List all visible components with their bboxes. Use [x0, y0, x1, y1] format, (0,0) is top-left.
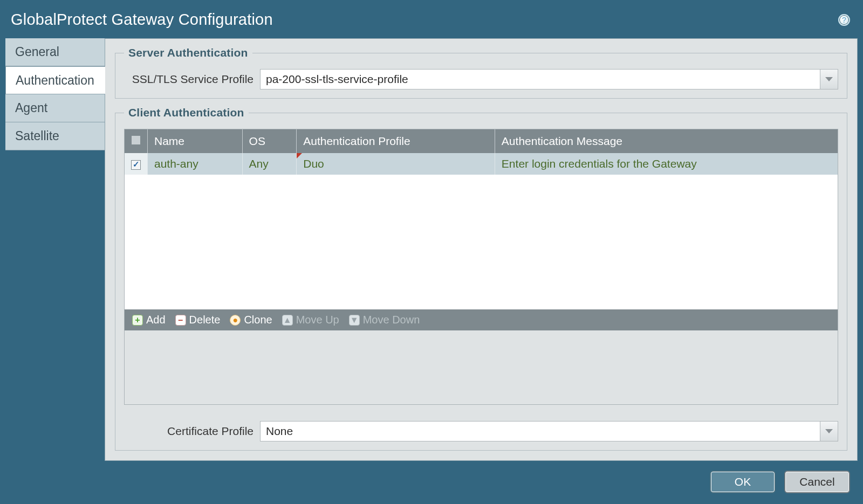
content-panel: Server Authentication SSL/TLS Service Pr…	[105, 38, 858, 461]
arrow-down-icon: ▼	[349, 315, 360, 326]
row-checkbox[interactable]	[131, 160, 141, 170]
cell-name[interactable]: auth-any	[148, 153, 243, 175]
select-all-checkbox[interactable]	[131, 135, 141, 145]
client-auth-grid: Name OS Authentication Profile Authentic…	[124, 129, 838, 405]
table-row[interactable]: auth-any Any Duo Enter login credentials…	[125, 153, 838, 175]
client-authentication-legend: Client Authentication	[124, 106, 249, 119]
certificate-profile-label: Certificate Profile	[124, 425, 254, 438]
clone-button-label: Clone	[244, 314, 272, 326]
col-auth-profile[interactable]: Authentication Profile	[297, 129, 495, 153]
left-tabstrip: General Authentication Agent Satellite	[5, 38, 105, 466]
dialog-footer: OK Cancel	[5, 466, 858, 504]
ssl-tls-service-profile-input[interactable]: pa-200-ssl-tls-service-profile	[260, 69, 820, 89]
delete-button[interactable]: – Delete	[175, 314, 221, 326]
certificate-profile-combo[interactable]: None	[260, 421, 838, 441]
tab-authentication[interactable]: Authentication	[5, 66, 105, 94]
plus-icon: +	[132, 315, 143, 326]
move-down-button[interactable]: ▼ Move Down	[349, 314, 420, 326]
chevron-down-icon	[825, 429, 833, 433]
certificate-profile-dropdown[interactable]	[820, 421, 838, 441]
minus-icon: –	[175, 315, 186, 326]
server-authentication-legend: Server Authentication	[124, 46, 252, 59]
cell-auth-profile[interactable]: Duo	[297, 153, 495, 175]
tab-agent[interactable]: Agent	[5, 94, 105, 122]
tab-general[interactable]: General	[5, 38, 105, 66]
ok-button[interactable]: OK	[710, 471, 776, 493]
grid-toolbar: + Add – Delete ● Clone ▲ Move Up	[125, 309, 838, 330]
client-auth-table: Name OS Authentication Profile Authentic…	[125, 129, 838, 175]
move-up-button[interactable]: ▲ Move Up	[282, 314, 339, 326]
chevron-down-icon	[825, 77, 833, 81]
client-authentication-panel: Client Authentication Name OS Authentica…	[115, 106, 847, 451]
grid-empty-area[interactable]	[125, 175, 838, 309]
col-select-all[interactable]	[125, 129, 148, 153]
ssl-tls-service-profile-dropdown[interactable]	[820, 69, 838, 89]
col-os[interactable]: OS	[242, 129, 297, 153]
cell-auth-message[interactable]: Enter login credentials for the Gateway	[495, 153, 838, 175]
col-name[interactable]: Name	[148, 129, 243, 153]
clone-button[interactable]: ● Clone	[230, 314, 272, 326]
add-button-label: Add	[146, 314, 166, 326]
move-up-button-label: Move Up	[296, 314, 339, 326]
move-down-button-label: Move Down	[363, 314, 420, 326]
add-button[interactable]: + Add	[132, 314, 166, 326]
cancel-button[interactable]: Cancel	[784, 471, 850, 493]
col-auth-message[interactable]: Authentication Message	[495, 129, 838, 153]
delete-button-label: Delete	[189, 314, 221, 326]
required-indicator-icon	[297, 153, 302, 158]
help-icon[interactable]: ?	[838, 14, 850, 26]
clone-icon: ●	[230, 315, 241, 326]
certificate-profile-input[interactable]: None	[260, 421, 820, 441]
dialog-title: GlobalProtect Gateway Configuration	[11, 11, 273, 29]
ssl-tls-service-profile-label: SSL/TLS Service Profile	[124, 73, 254, 86]
ssl-tls-service-profile-combo[interactable]: pa-200-ssl-tls-service-profile	[260, 69, 838, 89]
arrow-up-icon: ▲	[282, 315, 293, 326]
tab-satellite[interactable]: Satellite	[5, 122, 105, 150]
cell-os[interactable]: Any	[242, 153, 297, 175]
titlebar: GlobalProtect Gateway Configuration ?	[5, 5, 858, 38]
server-authentication-panel: Server Authentication SSL/TLS Service Pr…	[115, 46, 847, 99]
cell-auth-profile-text: Duo	[303, 157, 324, 170]
